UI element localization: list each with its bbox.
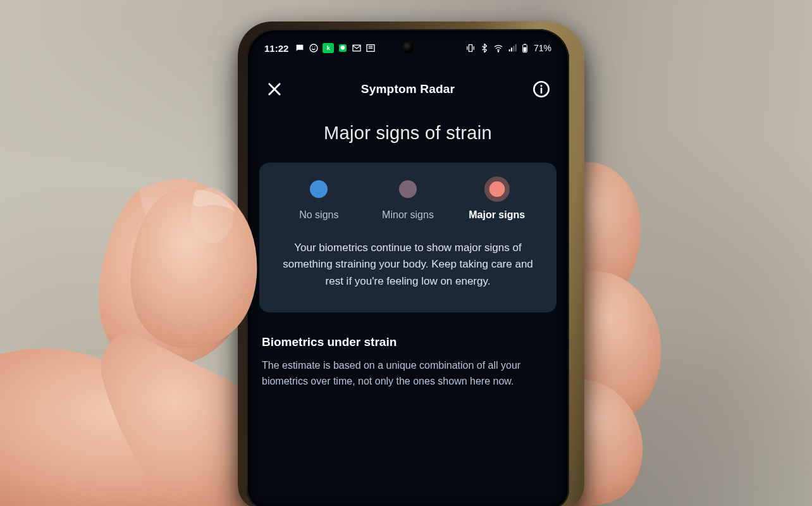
svg-point-22 [541, 85, 543, 87]
whatsapp-icon [309, 43, 319, 53]
wifi-icon [493, 43, 503, 53]
svg-rect-16 [524, 47, 527, 52]
svg-rect-12 [511, 47, 512, 51]
front-camera [401, 40, 415, 54]
phone: 11:22 k [247, 29, 569, 506]
svg-rect-7 [469, 45, 472, 52]
battery-icon [521, 43, 529, 53]
battery-percent: 71% [534, 43, 551, 53]
section-body: The estimate is based on a unique combin… [262, 358, 554, 390]
svg-point-0 [310, 44, 317, 52]
signal-icon [507, 43, 517, 53]
levels-row: No signs Minor signs Major signs [274, 180, 541, 221]
content: Major signs of strain No signs Minor sig… [247, 106, 569, 506]
level-label: No signs [299, 209, 338, 221]
level-dot-blue [310, 180, 328, 198]
gmail-icon [352, 43, 362, 53]
news-icon [366, 43, 376, 53]
level-label: Minor signs [382, 209, 434, 221]
section-title: Biometrics under strain [262, 335, 554, 349]
app-header: Symptom Radar [247, 72, 569, 106]
level-dot-mauve [399, 180, 417, 198]
svg-point-10 [498, 51, 498, 52]
svg-rect-14 [515, 44, 517, 51]
level-minor-signs[interactable]: Minor signs [364, 180, 453, 221]
phone-screen: 11:22 k [247, 29, 569, 506]
kijiji-icon: k [323, 43, 334, 53]
level-major-signs[interactable]: Major signs [452, 180, 541, 221]
level-dot-coral [484, 176, 510, 202]
line-icon [338, 43, 348, 53]
svg-rect-17 [524, 44, 526, 44]
page-title: Symptom Radar [361, 82, 455, 96]
level-label: Major signs [469, 209, 525, 221]
svg-rect-11 [509, 49, 510, 51]
info-button[interactable] [532, 80, 550, 98]
close-button[interactable] [266, 80, 283, 98]
chat-icon [295, 43, 305, 53]
heading: Major signs of strain [258, 123, 558, 144]
bluetooth-icon [479, 43, 489, 53]
vibrate-icon [465, 43, 476, 53]
status-time: 11:22 [264, 43, 288, 54]
level-no-signs[interactable]: No signs [274, 180, 364, 221]
svg-rect-13 [513, 46, 514, 52]
svg-point-2 [341, 46, 345, 50]
status-card: No signs Minor signs Major signs Your bi… [259, 163, 557, 312]
status-message: Your biometrics continue to show major s… [274, 240, 541, 290]
